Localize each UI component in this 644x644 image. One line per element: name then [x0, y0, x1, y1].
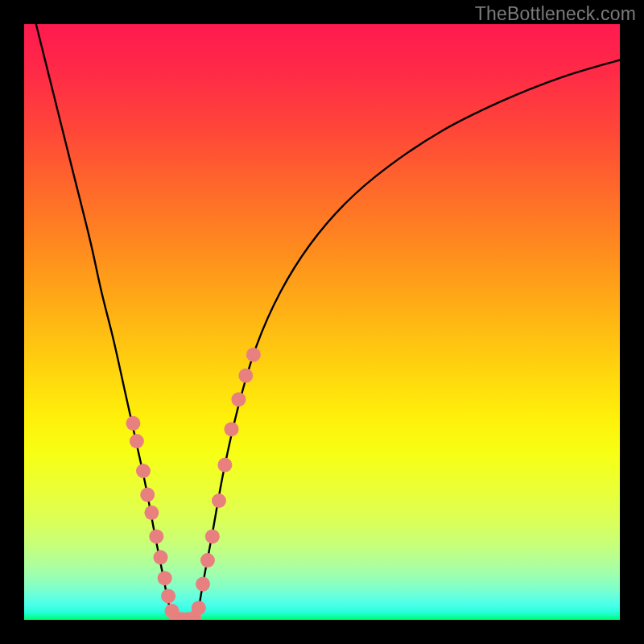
data-dot — [149, 529, 163, 543]
data-dot — [130, 434, 144, 448]
chart-svg — [24, 24, 620, 620]
plot-area — [24, 24, 620, 620]
data-dot — [205, 529, 220, 543]
data-dot — [153, 550, 167, 564]
data-dot — [200, 553, 215, 568]
data-dot — [196, 577, 210, 592]
watermark-text: TheBottleneck.com — [475, 3, 636, 25]
data-dot — [225, 422, 239, 436]
curve-group — [36, 24, 620, 620]
data-dot — [140, 488, 155, 502]
data-dot — [246, 348, 261, 362]
data-dot — [144, 506, 159, 520]
data-dot — [158, 571, 172, 585]
data-dot — [126, 416, 140, 431]
data-dot — [238, 369, 253, 383]
data-dot — [161, 588, 175, 603]
data-dot — [192, 601, 206, 615]
data-dot — [231, 392, 246, 407]
data-dot — [136, 464, 151, 478]
data-dot — [212, 493, 226, 508]
data-dot — [217, 458, 232, 473]
bottleneck-curve — [36, 24, 620, 620]
chart-frame: TheBottleneck.com — [0, 0, 644, 644]
